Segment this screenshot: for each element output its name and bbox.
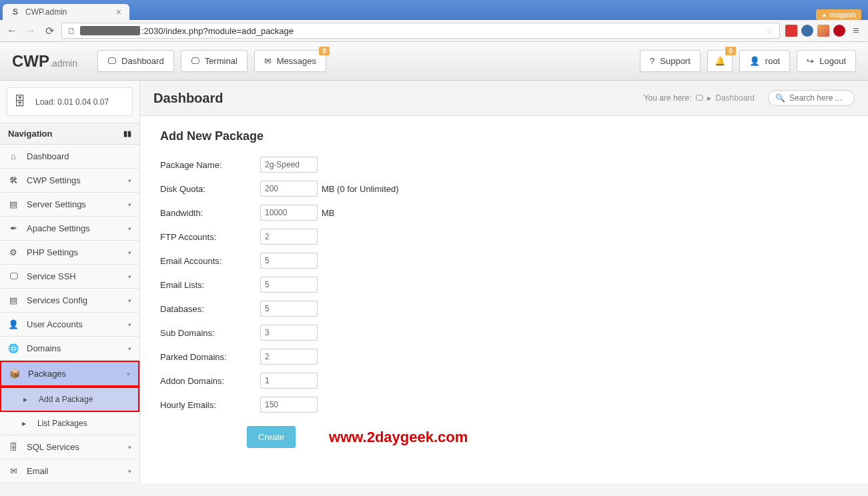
suffix-disk-quota: MB (0 for Unlimited) — [322, 184, 399, 194]
sidebar-subitem-label: List Packages — [37, 419, 87, 428]
sidebar-subitem-add-package[interactable]: ▸ Add a Package — [0, 387, 139, 412]
sidebar: 🗄 Load: 0.01 0.04 0.07 Navigation ▮▮ ⌂ D… — [0, 81, 140, 483]
sidebar-item-services-config[interactable]: ▤ Services Config ▾ — [0, 289, 139, 313]
close-tab-icon[interactable]: × — [116, 7, 121, 17]
input-bandwidth[interactable] — [260, 205, 318, 221]
sidebar-item-apache-settings[interactable]: ✒ Apache Settings ▾ — [0, 217, 139, 241]
form-row-hourly: Hourly Emails: — [160, 397, 848, 413]
chevron-down-icon: ▾ — [128, 444, 131, 451]
breadcrumb: You are here: 🖵 ▸ Dashboard — [644, 93, 755, 103]
dashboard-button-label: Dashboard — [121, 56, 164, 66]
breadcrumb-separator: ▸ — [707, 93, 711, 103]
sidebar-item-sql-services[interactable]: 🗄 SQL Services ▾ — [0, 435, 139, 459]
sidebar-item-label: Domains — [27, 343, 61, 353]
sidebar-subitem-list-packages[interactable]: ▸ List Packages — [0, 412, 139, 435]
messages-badge: 0 — [319, 47, 330, 55]
url-path: :2030/index.php?module=add_package — [141, 26, 294, 36]
monitor-icon: 🖵 — [8, 271, 19, 281]
sidebar-item-email[interactable]: ✉ Email ▾ — [0, 459, 139, 483]
package-icon: 📦 — [9, 369, 20, 379]
chevron-down-icon: ▾ — [128, 177, 131, 184]
chevron-down-icon: ▾ — [128, 345, 131, 352]
ext-icon-2[interactable] — [801, 25, 813, 37]
server-icon: ▤ — [8, 199, 19, 209]
page-header-title: Dashboard — [153, 91, 223, 106]
label-email-accounts: Email Accounts: — [160, 256, 260, 266]
terminal-button[interactable]: 🖵 Terminal — [181, 50, 248, 72]
sidebar-item-label: User Accounts — [27, 319, 83, 329]
messages-button-label: Messages — [277, 56, 316, 66]
browser-menu-icon[interactable]: ≡ — [849, 24, 863, 37]
sidebar-item-domains[interactable]: 🌐 Domains ▾ — [0, 337, 139, 361]
sidebar-item-service-ssh[interactable]: 🖵 Service SSH ▾ — [0, 265, 139, 289]
search-input[interactable] — [789, 93, 849, 103]
dashboard-button[interactable]: 🖵 Dashboard — [97, 50, 174, 72]
monitor-icon: 🖵 — [695, 93, 703, 103]
url-input[interactable]: 🗋 :2030/index.php?module=add_package ☆ — [61, 23, 780, 39]
input-parked[interactable] — [260, 349, 318, 365]
monitor-icon: 🖵 — [107, 56, 116, 66]
label-ftp: FTP Accounts: — [160, 232, 260, 242]
chevron-down-icon: ▾ — [127, 371, 130, 377]
search-icon: 🔍 — [775, 93, 785, 103]
back-button[interactable]: ← — [5, 24, 19, 37]
collapse-icon[interactable]: ▮▮ — [123, 129, 131, 138]
ext-icon-3[interactable] — [817, 25, 829, 37]
database-icon: 🗄 — [8, 442, 19, 452]
feather-icon: ✒ — [8, 223, 19, 233]
page-icon: 🗋 — [67, 26, 76, 36]
search-box[interactable]: 🔍 — [768, 90, 855, 106]
user-icon: 👤 — [8, 319, 19, 329]
form-row-email-lists: Email Lists: — [160, 277, 848, 293]
input-disk-quota[interactable] — [260, 181, 318, 197]
create-button[interactable]: Create — [247, 426, 296, 448]
form-row-subdomains: Sub Domains: — [160, 325, 848, 341]
input-ftp[interactable] — [260, 229, 318, 245]
reload-button[interactable]: ⟳ — [43, 24, 56, 37]
browser-extensions: ≡ — [785, 24, 863, 37]
favicon-icon: S — [11, 7, 20, 17]
bookmark-star-icon[interactable]: ☆ — [766, 26, 774, 36]
messages-button[interactable]: ✉ Messages 0 — [254, 50, 326, 72]
ext-icon-1[interactable] — [785, 25, 797, 37]
breadcrumb-dashboard[interactable]: Dashboard — [715, 93, 755, 103]
sidebar-item-cwp-settings[interactable]: 🛠 CWP Settings ▾ — [0, 169, 139, 193]
sidebar-item-label: Packages — [28, 369, 66, 379]
notif-badge: 0 — [725, 47, 736, 55]
input-addon[interactable] — [260, 373, 318, 389]
suffix-bandwidth: MB — [322, 208, 335, 218]
logout-button[interactable]: ↪ Logout — [797, 50, 856, 72]
sidebar-item-php-settings[interactable]: ⚙ PHP Settings ▾ — [0, 241, 139, 265]
browser-profile-name: magesh — [830, 11, 856, 19]
sidebar-item-user-accounts[interactable]: 👤 User Accounts ▾ — [0, 313, 139, 337]
input-email-lists[interactable] — [260, 277, 318, 293]
browser-tab[interactable]: S CWP.admin × — [3, 4, 129, 20]
terminal-icon: 🖵 — [191, 56, 199, 66]
sidebar-item-packages[interactable]: 📦 Packages ▾ — [0, 361, 139, 387]
user-button[interactable]: 👤 root — [739, 50, 790, 72]
sidebar-item-dashboard[interactable]: ⌂ Dashboard — [0, 145, 139, 169]
chevron-down-icon: ▾ — [128, 201, 131, 208]
logo-sub: .admin — [49, 58, 77, 69]
input-subdomains[interactable] — [260, 325, 318, 341]
input-databases[interactable] — [260, 301, 318, 317]
ext-icon-pinterest[interactable] — [833, 25, 845, 37]
user-button-label: root — [765, 56, 780, 66]
input-package-name[interactable] — [260, 157, 318, 173]
input-email-accounts[interactable] — [260, 253, 318, 269]
label-disk-quota: Disk Quota: — [160, 184, 260, 194]
label-hourly: Hourly Emails: — [160, 400, 260, 410]
input-hourly[interactable] — [260, 397, 318, 413]
label-addon: Addon Domains: — [160, 376, 260, 386]
breadcrumb-label: You are here: — [644, 93, 692, 103]
notifications-button[interactable]: 🔔 0 — [707, 50, 733, 72]
support-button[interactable]: ? Support — [640, 50, 701, 72]
browser-profile-badge[interactable]: magesh — [816, 9, 861, 20]
sidebar-item-server-settings[interactable]: ▤ Server Settings ▾ — [0, 193, 139, 217]
user-icon: 👤 — [749, 56, 760, 66]
mail-icon: ✉ — [8, 466, 19, 476]
caret-right-icon: ▸ — [19, 419, 29, 428]
chevron-down-icon: ▾ — [128, 249, 131, 256]
form-row-email-accounts: Email Accounts: — [160, 253, 848, 269]
load-text: Load: 0.01 0.04 0.07 — [35, 97, 109, 107]
